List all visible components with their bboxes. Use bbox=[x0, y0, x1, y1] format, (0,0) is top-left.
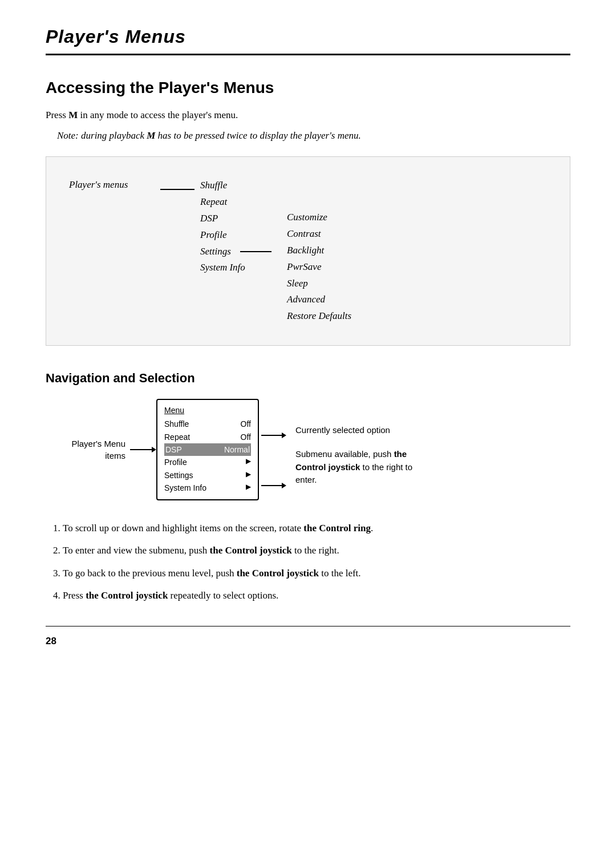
nav-bracket bbox=[261, 399, 286, 500]
menu-item-system-info: System Info bbox=[200, 260, 280, 276]
settings-line bbox=[240, 251, 271, 252]
nav-diagram: Player's Menu items Menu ShuffleOff Repe… bbox=[46, 399, 570, 500]
page-number: 28 bbox=[46, 636, 56, 646]
list-item-1: To scroll up or down and highlight items… bbox=[63, 521, 570, 536]
nav-left-arrow bbox=[130, 447, 156, 452]
section-heading: Accessing the Player's Menus bbox=[46, 76, 570, 100]
menu-item-profile: Profile bbox=[200, 227, 280, 244]
screen-box: Menu ShuffleOff RepeatOff DSPNormal Prof… bbox=[156, 399, 259, 500]
page-header-title: Player's Menus bbox=[46, 26, 186, 47]
nav-right-labels: Currently selected option Submenu availa… bbox=[295, 413, 421, 487]
menu-sub-sleep: Sleep bbox=[287, 276, 351, 292]
menu-sub-customize: Customize bbox=[287, 209, 351, 226]
nav-right-label-top: Currently selected option bbox=[295, 424, 421, 437]
list-item-2: To enter and view the submenu, push the … bbox=[63, 543, 570, 558]
nav-left-label-text: Player's Menu items bbox=[71, 438, 125, 462]
screen-row-settings: Settings▶ bbox=[164, 469, 251, 482]
screen-row-repeat: RepeatOff bbox=[164, 431, 251, 443]
nav-section-heading: Navigation and Selection bbox=[46, 369, 570, 387]
menu-item-dsp: DSP bbox=[200, 211, 280, 227]
menu-sub-backlight: Backlight bbox=[287, 242, 351, 259]
screen-menu-title: Menu bbox=[164, 405, 251, 417]
page-footer: 28 bbox=[46, 626, 570, 649]
screen-row-profile: Profile▶ bbox=[164, 456, 251, 468]
menu-item-settings: Settings bbox=[200, 244, 280, 260]
nav-bracket-bottom bbox=[261, 483, 286, 488]
menu-sub-contrast: Contrast bbox=[287, 226, 351, 242]
menu-sub-restore: Restore Defaults bbox=[287, 308, 351, 325]
list-item-3: To go back to the previous menu level, p… bbox=[63, 566, 570, 581]
menu-sub-pwrsave: PwrSave bbox=[287, 259, 351, 276]
note-text: Note: during playback M has to be presse… bbox=[46, 128, 570, 143]
menu-item-repeat: Repeat bbox=[200, 194, 280, 211]
screen-row-system-info: System Info▶ bbox=[164, 482, 251, 494]
menu-diagram-label: Player's menus bbox=[69, 177, 160, 192]
menu-sub-items: Customize Contrast Backlight PwrSave Sle… bbox=[287, 209, 351, 325]
menu-diagram-box: Player's menus Shuffle Repeat DSP Profil… bbox=[46, 156, 570, 346]
nav-left-label: Player's Menu items bbox=[57, 438, 125, 462]
menu-main-items: Shuffle Repeat DSP Profile Settings Syst… bbox=[200, 177, 280, 276]
page-header: Player's Menus bbox=[46, 23, 570, 55]
nav-bracket-top bbox=[261, 432, 286, 438]
screen-row-shuffle: ShuffleOff bbox=[164, 418, 251, 430]
menu-item-shuffle: Shuffle bbox=[200, 177, 280, 194]
menu-connector-line bbox=[160, 189, 194, 190]
numbered-list: To scroll up or down and highlight items… bbox=[63, 521, 570, 603]
menu-sub-advanced: Advanced bbox=[287, 292, 351, 308]
intro-text: Press M in any mode to access the player… bbox=[46, 108, 570, 123]
list-item-4: Press the Control joystick repeatedly to… bbox=[63, 588, 570, 603]
screen-row-dsp: DSPNormal bbox=[164, 443, 251, 456]
nav-right-label-bottom: Submenu available, push the Control joys… bbox=[295, 448, 421, 487]
